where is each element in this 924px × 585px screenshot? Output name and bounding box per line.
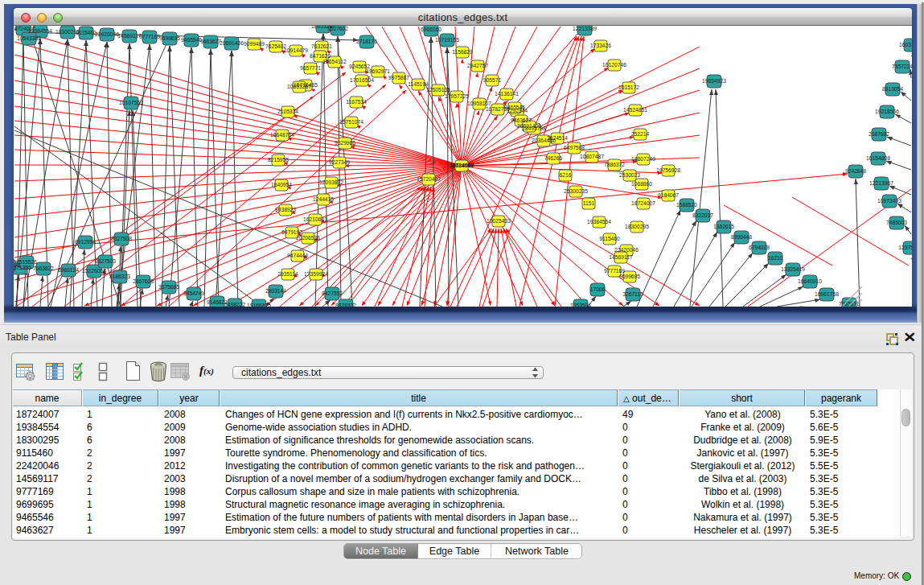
svg-text:905571: 905571 xyxy=(483,77,502,83)
svg-text:19654923: 19654923 xyxy=(702,78,726,84)
svg-text:2803144: 2803144 xyxy=(265,288,286,294)
svg-text:7632621: 7632621 xyxy=(311,43,332,49)
svg-text:12975115: 12975115 xyxy=(898,245,912,250)
svg-text:2867608: 2867608 xyxy=(133,278,154,284)
svg-text:20691406: 20691406 xyxy=(517,123,541,129)
svg-text:9227349: 9227349 xyxy=(329,159,350,165)
svg-text:1156829: 1156829 xyxy=(452,49,473,55)
svg-text:8186323: 8186323 xyxy=(109,274,130,279)
svg-text:15226058: 15226058 xyxy=(82,268,106,274)
svg-text:15720407: 15720407 xyxy=(417,176,441,182)
svg-text:8454749: 8454749 xyxy=(183,290,204,296)
svg-text:10958107: 10958107 xyxy=(467,101,491,106)
svg-text:10046796: 10046796 xyxy=(14,262,20,268)
svg-text:9242848: 9242848 xyxy=(845,168,866,174)
svg-text:17006: 17006 xyxy=(590,286,606,292)
svg-text:17016504: 17016504 xyxy=(350,77,374,83)
svg-text:10107553: 10107553 xyxy=(119,100,143,105)
svg-text:10653267: 10653267 xyxy=(287,84,311,89)
svg-text:1353594: 1353594 xyxy=(570,303,591,307)
svg-text:9329966: 9329966 xyxy=(335,140,355,146)
svg-text:10914479: 10914479 xyxy=(284,47,308,53)
svg-text:9657771: 9657771 xyxy=(300,65,321,71)
svg-text:7886372: 7886372 xyxy=(604,162,625,167)
svg-text:2935114: 2935114 xyxy=(277,271,298,277)
svg-text:6497568: 6497568 xyxy=(564,145,585,150)
svg-text:17359924: 17359924 xyxy=(304,271,328,277)
svg-text:13325419: 13325419 xyxy=(781,266,805,272)
svg-text:10025433: 10025433 xyxy=(487,218,511,224)
svg-text:6216: 6216 xyxy=(560,172,572,178)
svg-text:16154808: 16154808 xyxy=(866,155,890,161)
svg-text:9115460: 9115460 xyxy=(599,236,620,241)
svg-text:3267110: 3267110 xyxy=(622,291,643,297)
svg-text:7663822: 7663822 xyxy=(33,266,54,271)
svg-text:8471626: 8471626 xyxy=(310,53,331,59)
svg-text:1167534: 1167534 xyxy=(346,99,367,105)
svg-text:10719155: 10719155 xyxy=(435,37,459,43)
svg-text:5498222: 5498222 xyxy=(224,302,245,307)
svg-text:9327503: 9327503 xyxy=(95,258,116,264)
svg-text:14524851: 14524851 xyxy=(623,107,647,113)
svg-text:1588520: 1588520 xyxy=(676,202,697,208)
svg-text:9463627: 9463627 xyxy=(511,117,532,123)
svg-text:9099489: 9099489 xyxy=(244,41,265,47)
svg-text:12093872: 12093872 xyxy=(319,179,343,185)
svg-text:9465546: 9465546 xyxy=(504,105,525,110)
svg-text:14569117: 14569117 xyxy=(609,254,633,260)
svg-text:1244415: 1244415 xyxy=(313,196,334,202)
svg-text:1151: 1151 xyxy=(583,200,595,206)
svg-text:12213967: 12213967 xyxy=(869,180,893,186)
svg-text:8938923: 8938923 xyxy=(275,207,296,212)
svg-text:1362615: 1362615 xyxy=(713,224,734,229)
svg-text:8322037: 8322037 xyxy=(692,212,713,218)
svg-text:7357224: 7357224 xyxy=(892,64,912,69)
svg-text:16033809: 16033809 xyxy=(899,42,912,47)
svg-text:7485003: 7485003 xyxy=(886,220,907,225)
svg-text:16210643: 16210643 xyxy=(303,216,327,222)
svg-text:2087682: 2087682 xyxy=(869,131,889,137)
svg-text:9184067: 9184067 xyxy=(658,192,679,198)
svg-text:1527602: 1527602 xyxy=(327,26,348,31)
svg-text:19218506: 19218506 xyxy=(875,109,899,114)
svg-text:12213389: 12213389 xyxy=(573,26,597,31)
svg-text:9777169: 9777169 xyxy=(604,268,625,274)
svg-text:9699695: 9699695 xyxy=(619,274,640,279)
svg-text:6966160: 6966160 xyxy=(421,27,441,32)
svg-text:18300295: 18300295 xyxy=(625,224,649,229)
svg-text:22420046: 22420046 xyxy=(95,31,119,37)
svg-text:14569117: 14569117 xyxy=(117,33,142,39)
svg-text:9777169: 9777169 xyxy=(139,34,160,39)
svg-text:10973493: 10973493 xyxy=(877,198,901,204)
svg-text:16120746: 16120746 xyxy=(602,62,626,68)
svg-text:16210: 16210 xyxy=(768,255,783,261)
svg-text:3624514: 3624514 xyxy=(547,135,568,141)
svg-text:14136141: 14136141 xyxy=(495,91,519,97)
svg-text:6794028: 6794028 xyxy=(749,245,770,250)
svg-text:19692971: 19692971 xyxy=(366,68,390,74)
svg-text:6479197: 6479197 xyxy=(281,229,302,235)
svg-text:19384554: 19384554 xyxy=(587,219,611,225)
svg-text:19384554: 19384554 xyxy=(28,28,52,34)
svg-text:16640910: 16640910 xyxy=(798,278,822,284)
svg-text:10807487: 10807487 xyxy=(580,154,604,159)
svg-text:8215955: 8215955 xyxy=(268,157,289,163)
svg-text:22420046: 22420046 xyxy=(614,247,639,253)
svg-text:8960124: 8960124 xyxy=(58,267,79,273)
svg-text:1733426: 1733426 xyxy=(590,43,611,48)
svg-text:1640954: 1640954 xyxy=(271,182,292,187)
svg-text:19166825: 19166825 xyxy=(247,303,271,307)
svg-text:2105334: 2105334 xyxy=(277,109,298,114)
svg-text:3675685: 3675685 xyxy=(158,284,179,290)
svg-text:10654112: 10654112 xyxy=(322,59,347,64)
svg-text:8878332: 8878332 xyxy=(335,303,356,307)
svg-text:252214: 252214 xyxy=(631,131,650,137)
svg-text:17957225: 17957225 xyxy=(445,93,469,99)
svg-text:16961758: 16961758 xyxy=(815,291,839,297)
svg-text:2942757: 2942757 xyxy=(467,63,488,68)
svg-text:8427552: 8427552 xyxy=(322,290,343,296)
svg-text:1068860: 1068860 xyxy=(631,181,652,187)
svg-text:746266: 746266 xyxy=(544,155,563,161)
svg-text:20691406: 20691406 xyxy=(220,40,244,46)
svg-text:2530023: 2530023 xyxy=(619,172,640,178)
